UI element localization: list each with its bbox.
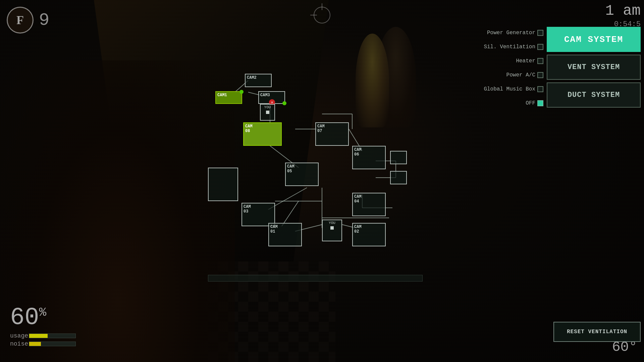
cam1-dot xyxy=(239,90,244,94)
camera-map: CAM2 CAM1 CAM3 ✕ YOU CAM08 CAM07 CAM06 C… xyxy=(208,74,423,272)
time-display: 1 am xyxy=(605,3,641,18)
left-area-box xyxy=(208,168,238,201)
noise-bar-fill xyxy=(29,342,41,346)
noise-bar-track xyxy=(29,342,76,346)
camera-cam1[interactable]: CAM1 xyxy=(215,91,242,104)
cam-system-button[interactable]: CAM SYSTEM xyxy=(547,27,641,52)
toggle-box-power-ac[interactable] xyxy=(537,72,543,78)
top-left-panel: F 9 xyxy=(7,7,49,34)
you-label-bottom: YOU xyxy=(329,221,335,225)
you-dot-bottom xyxy=(330,226,334,230)
you-indicator-bottom: YOU xyxy=(322,220,342,241)
cam2-label: CAM2 xyxy=(247,75,257,80)
camera-cam3[interactable]: CAM3 ✕ xyxy=(258,91,285,104)
toggle-row-heater[interactable]: Heater xyxy=(484,55,543,67)
cam07-label: CAM07 xyxy=(317,124,325,133)
logo-letter: F xyxy=(16,13,24,27)
duct-system-button[interactable]: DUCT SYSTEM xyxy=(547,82,641,108)
toggle-row-off[interactable]: OFF xyxy=(484,97,543,109)
crosshair xyxy=(314,7,330,23)
cam02-label: CAM02 xyxy=(354,225,362,234)
cam3-label: CAM3 xyxy=(260,93,270,98)
noise-bar-row: noise xyxy=(10,341,77,347)
power-percent-value: 60 xyxy=(10,304,39,331)
camera-cam02[interactable]: CAM02 xyxy=(352,223,386,246)
reset-ventilation-button[interactable]: RESET VENTILATION xyxy=(553,322,641,342)
toggle-label-power-ac: Power A/C xyxy=(506,72,535,78)
toggle-box-heater[interactable] xyxy=(537,58,543,64)
bar-container: usage noise xyxy=(10,333,77,347)
camera-cam07[interactable]: CAM07 xyxy=(315,122,349,146)
noise-label: noise xyxy=(10,341,27,347)
toggle-row-power-ac[interactable]: Power A/C xyxy=(484,69,543,81)
toggle-row-global-music-box[interactable]: Global Music Box xyxy=(484,83,543,95)
toggle-box-sil-ventilation[interactable] xyxy=(537,44,543,50)
cam06-label: CAM06 xyxy=(354,147,362,157)
map-scrollbar[interactable] xyxy=(208,275,423,282)
small-box-top xyxy=(390,151,407,164)
cam1-label: CAM1 xyxy=(217,93,227,98)
toggle-label-heater: Heater xyxy=(516,58,535,64)
vent-system-button[interactable]: VENT SYSTEM xyxy=(547,55,641,80)
usage-bar-fill xyxy=(29,334,48,338)
cam05-label: CAM05 xyxy=(287,164,294,174)
cam01-label: CAM01 xyxy=(270,225,278,234)
cam04-label: CAM04 xyxy=(354,194,362,204)
toggle-label-sil-ventilation: Sil. Ventilation xyxy=(484,44,535,50)
camera-cam04[interactable]: CAM04 xyxy=(352,193,386,216)
power-percent: 60% xyxy=(10,306,77,330)
toggle-label-power-generator: Power Generator xyxy=(487,30,535,36)
toggles-panel: Power Generator Sil. Ventilation Heater … xyxy=(484,27,543,109)
usage-label: usage xyxy=(10,333,27,339)
freddy-logo: F xyxy=(7,7,34,34)
night-number: 9 xyxy=(39,10,49,30)
toggle-row-sil-ventilation[interactable]: Sil. Ventilation xyxy=(484,41,543,53)
power-percent-symbol: % xyxy=(39,306,46,319)
camera-cam06[interactable]: CAM06 xyxy=(352,146,386,169)
svg-line-7 xyxy=(282,201,299,226)
camera-cam08[interactable]: CAM08 xyxy=(243,122,282,146)
toggle-box-power-generator[interactable] xyxy=(537,30,543,36)
camera-cam2[interactable]: CAM2 xyxy=(245,74,272,87)
usage-bar-track xyxy=(29,334,76,338)
toggle-label-off: OFF xyxy=(526,100,535,106)
toggle-box-global-music-box[interactable] xyxy=(537,86,543,92)
systems-panel: CAM SYSTEM VENT SYSTEM DUCT SYSTEM xyxy=(547,27,641,108)
bottom-left-panel: 60% usage noise xyxy=(10,306,77,349)
cam3-dot xyxy=(282,101,286,105)
toggle-box-off[interactable] xyxy=(537,100,543,106)
cam03-label: CAM03 xyxy=(244,204,251,214)
toggle-label-global-music-box: Global Music Box xyxy=(484,86,535,92)
usage-bar-row: usage xyxy=(10,333,77,339)
small-box-bottom xyxy=(390,171,407,184)
camera-cam05[interactable]: CAM05 xyxy=(285,163,319,186)
you-label-top: YOU xyxy=(264,105,271,109)
cam08-label: CAM08 xyxy=(245,124,253,133)
top-right-panel: 1 am 0:54:5 xyxy=(605,3,641,28)
camera-cam01[interactable]: CAM01 xyxy=(268,223,302,246)
toggle-row-power-generator[interactable]: Power Generator xyxy=(484,27,543,39)
you-indicator-top: YOU xyxy=(260,104,275,121)
you-dot-top xyxy=(266,111,269,114)
